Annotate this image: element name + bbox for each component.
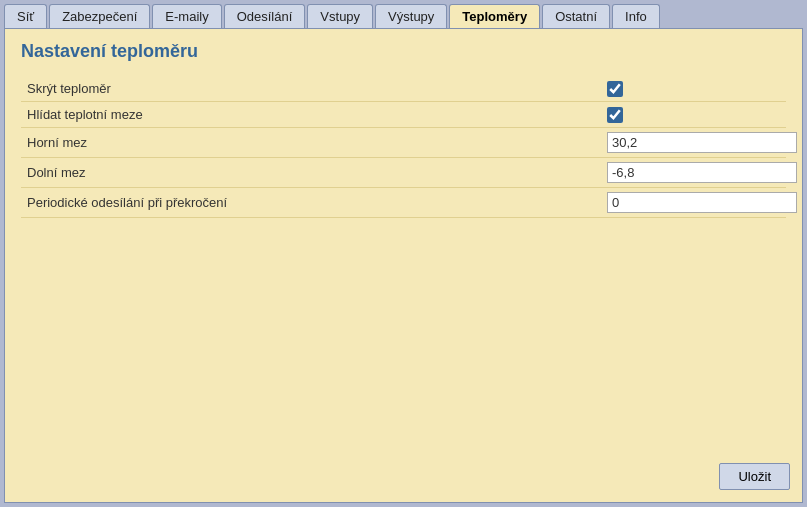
tab-emaily[interactable]: E-maily bbox=[152, 4, 221, 28]
row-value-hlidat-teplotni-meze bbox=[601, 103, 786, 127]
row-value-dolni-mez bbox=[601, 158, 803, 187]
row-label-periodicke-odesilani: Periodické odesílání při překročení bbox=[21, 191, 601, 214]
row-hlidat-teplotni-meze: Hlídat teplotní meze bbox=[21, 102, 786, 128]
row-dolni-mez: Dolní mez bbox=[21, 158, 786, 188]
input-dolni-mez[interactable] bbox=[607, 162, 797, 183]
tab-vystupy[interactable]: Výstupy bbox=[375, 4, 447, 28]
tab-info[interactable]: Info bbox=[612, 4, 660, 28]
tab-zabezpeceni[interactable]: Zabezpečení bbox=[49, 4, 150, 28]
tab-sit[interactable]: Síť bbox=[4, 4, 47, 28]
page-title: Nastavení teploměru bbox=[21, 41, 786, 62]
row-label-skryt-teplomer: Skrýt teploměr bbox=[21, 77, 601, 100]
settings-rows: Skrýt teploměrHlídat teplotní mezeHorní … bbox=[21, 76, 786, 218]
row-value-skryt-teplomer bbox=[601, 77, 786, 101]
tab-vstupy[interactable]: Vstupy bbox=[307, 4, 373, 28]
row-label-hlidat-teplotni-meze: Hlídat teplotní meze bbox=[21, 103, 601, 126]
row-label-horni-mez: Horní mez bbox=[21, 131, 601, 154]
tab-ostatni[interactable]: Ostatní bbox=[542, 4, 610, 28]
row-value-horni-mez bbox=[601, 128, 803, 157]
save-button[interactable]: Uložit bbox=[719, 463, 790, 490]
input-periodicke-odesilani[interactable] bbox=[607, 192, 797, 213]
tab-bar: SíťZabezpečeníE-mailyOdesíláníVstupyVýst… bbox=[0, 0, 807, 28]
row-periodicke-odesilani: Periodické odesílání při překročení bbox=[21, 188, 786, 218]
row-value-periodicke-odesilani bbox=[601, 188, 803, 217]
input-horni-mez[interactable] bbox=[607, 132, 797, 153]
tab-teplomery[interactable]: Teploměry bbox=[449, 4, 540, 28]
row-horni-mez: Horní mez bbox=[21, 128, 786, 158]
tab-odesilani[interactable]: Odesílání bbox=[224, 4, 306, 28]
checkbox-hlidat-teplotni-meze[interactable] bbox=[607, 107, 623, 123]
row-label-dolni-mez: Dolní mez bbox=[21, 161, 601, 184]
content-area: Nastavení teploměru Skrýt teploměrHlídat… bbox=[4, 28, 803, 503]
row-skryt-teplomer: Skrýt teploměr bbox=[21, 76, 786, 102]
checkbox-skryt-teplomer[interactable] bbox=[607, 81, 623, 97]
